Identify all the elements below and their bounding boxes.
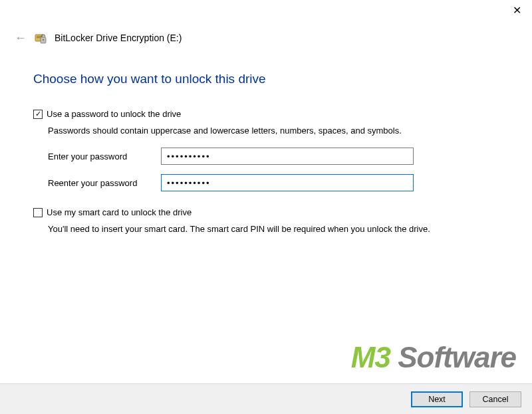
smartcard-option: Use my smart card to unlock the drive Yo…	[33, 207, 512, 234]
svg-point-4	[43, 39, 44, 41]
enter-password-input[interactable]	[161, 148, 414, 165]
smartcard-hint: You'll need to insert your smart card. T…	[48, 224, 512, 234]
close-icon[interactable]: ✕	[513, 5, 521, 16]
reenter-password-label: Reenter your password	[48, 178, 161, 188]
password-hint: Passwords should contain uppercase and l…	[48, 126, 512, 136]
smartcard-checkbox[interactable]	[33, 208, 43, 217]
back-arrow-icon[interactable]: ←	[15, 32, 27, 44]
page-title: Choose how you want to unlock this drive	[33, 72, 512, 86]
footer: Next Cancel	[0, 383, 532, 414]
svg-rect-1	[37, 36, 42, 37]
watermark-part2: Software	[390, 341, 516, 373]
smartcard-checkbox-label: Use my smart card to unlock the drive	[47, 207, 192, 217]
password-option: Use a password to unlock the drive Passw…	[33, 109, 512, 191]
reenter-password-input[interactable]	[161, 174, 414, 191]
watermark-part1: M3	[351, 341, 390, 373]
enter-password-label: Enter your password	[48, 152, 161, 161]
next-button[interactable]: Next	[411, 391, 463, 407]
password-checkbox[interactable]	[33, 110, 43, 119]
header: ← BitLocker Drive Encryption (E:)	[15, 32, 182, 44]
bitlocker-icon	[35, 32, 47, 44]
cancel-button[interactable]: Cancel	[469, 391, 521, 407]
window-title: BitLocker Drive Encryption (E:)	[55, 33, 182, 43]
password-checkbox-label: Use a password to unlock the drive	[47, 109, 181, 119]
watermark: M3 Software	[351, 341, 516, 374]
